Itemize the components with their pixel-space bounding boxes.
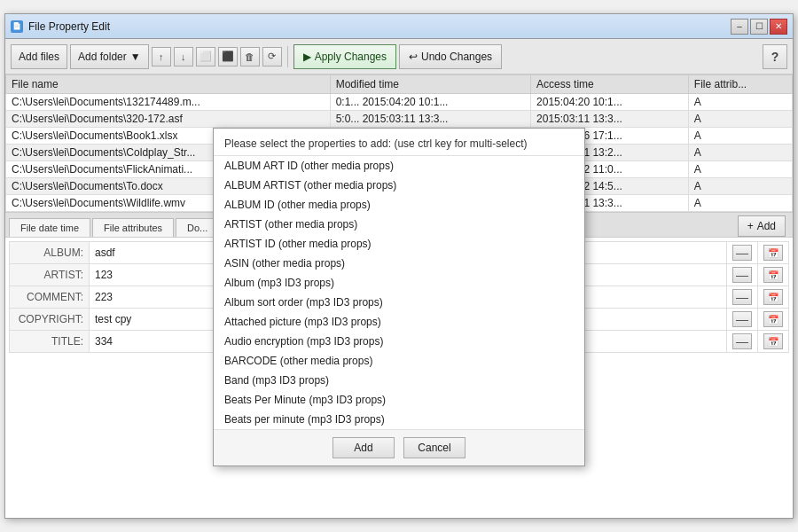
cell-attr: A bbox=[688, 178, 792, 195]
cell-filename: C:\Users\lei\Documents\132174489.m... bbox=[6, 94, 331, 111]
prop-cal-cell: 📅 bbox=[758, 264, 789, 286]
prop-minus-cell: — bbox=[727, 264, 758, 286]
prop-label: ARTIST: bbox=[10, 264, 90, 286]
prop-calendar-button[interactable]: 📅 bbox=[763, 267, 783, 283]
undo-icon: ↩ bbox=[409, 51, 418, 63]
prop-label: COPYRIGHT: bbox=[10, 309, 90, 331]
dropdown-list-container: ALBUM ART ID (other media props)ALBUM AR… bbox=[214, 156, 584, 429]
tab-file-date-time[interactable]: File date time bbox=[9, 218, 90, 237]
col-filename: File name bbox=[6, 75, 331, 94]
toolbar-separator-1 bbox=[287, 46, 288, 67]
main-content: File name Modified time Access time File… bbox=[5, 74, 793, 518]
dropdown-list-item[interactable]: ALBUM ARTIST (other media props) bbox=[214, 176, 584, 195]
dropdown-footer: Add Cancel bbox=[214, 429, 584, 466]
toolbar: Add files Add folder ▼ ↑ ↓ ⬜ ⬛ 🗑 ⟳ ▶ App… bbox=[5, 39, 793, 74]
undo-changes-label: Undo Changes bbox=[421, 51, 492, 63]
table-row[interactable]: C:\Users\lei\Documents\320-172.asf 5:0..… bbox=[6, 111, 793, 128]
cell-filename: C:\Users\lei\Documents\320-172.asf bbox=[6, 111, 331, 128]
prop-calendar-button[interactable]: 📅 bbox=[763, 311, 783, 327]
select-all-button[interactable]: ⬜ bbox=[196, 47, 215, 66]
window-title: File Property Edit bbox=[28, 20, 110, 33]
cell-access: 2015:04:20 10:1... bbox=[531, 94, 689, 111]
prop-calendar-button[interactable]: 📅 bbox=[763, 245, 783, 261]
apply-changes-label: Apply Changes bbox=[315, 51, 387, 63]
apply-icon: ▶ bbox=[303, 51, 311, 63]
prop-cal-cell: 📅 bbox=[758, 331, 789, 353]
add-property-button[interactable]: + Add bbox=[738, 215, 786, 237]
prop-minus-cell: — bbox=[727, 309, 758, 331]
cell-attr: A bbox=[688, 94, 792, 111]
maximize-button[interactable]: ☐ bbox=[750, 19, 768, 35]
prop-label: ALBUM: bbox=[10, 242, 90, 264]
prop-remove-button[interactable]: — bbox=[732, 333, 752, 349]
dropdown-list-item[interactable]: ARTIST (other media props) bbox=[214, 215, 584, 234]
dropdown-header: Please select the properties to add: (us… bbox=[214, 129, 584, 156]
dropdown-list-item[interactable]: BARCODE (other media props) bbox=[214, 351, 584, 371]
dropdown-list-item[interactable]: ALBUM ID (other media props) bbox=[214, 195, 584, 215]
dropdown-list-item[interactable]: Band (mp3 ID3 props) bbox=[214, 371, 584, 390]
prop-cal-cell: 📅 bbox=[758, 286, 789, 309]
dropdown-list-item[interactable]: Beats per minute (mp3 ID3 props) bbox=[214, 410, 584, 429]
dropdown-list[interactable]: ALBUM ART ID (other media props)ALBUM AR… bbox=[214, 156, 584, 429]
prop-calendar-button[interactable]: 📅 bbox=[763, 289, 783, 305]
dropdown-list-item[interactable]: Audio encryption (mp3 ID3 props) bbox=[214, 332, 584, 351]
prop-cal-cell: 📅 bbox=[758, 242, 789, 264]
dropdown-list-item[interactable]: Album (mp3 ID3 props) bbox=[214, 273, 584, 293]
apply-changes-button[interactable]: ▶ Apply Changes bbox=[293, 44, 396, 69]
cell-access: 2015:03:11 13:3... bbox=[531, 111, 689, 128]
dropdown-list-item[interactable]: ASIN (other media props) bbox=[214, 254, 584, 273]
add-folder-label: Add folder bbox=[78, 51, 127, 63]
delete-button[interactable]: 🗑 bbox=[240, 47, 260, 66]
table-row[interactable]: C:\Users\lei\Documents\132174489.m... 0:… bbox=[6, 94, 793, 111]
prop-cal-cell: 📅 bbox=[758, 309, 789, 331]
undo-changes-button[interactable]: ↩ Undo Changes bbox=[399, 44, 502, 69]
cell-attr: A bbox=[688, 145, 792, 161]
minimize-button[interactable]: – bbox=[731, 19, 748, 35]
deselect-button[interactable]: ⬛ bbox=[218, 47, 238, 66]
col-modified: Modified time bbox=[330, 75, 530, 94]
cell-modified: 5:0... 2015:03:11 13:3... bbox=[330, 111, 530, 128]
dropdown-list-item[interactable]: Beats Per Minute (mp3 ID3 props) bbox=[214, 390, 584, 410]
add-label: Add bbox=[757, 220, 776, 232]
window-icon: 📄 bbox=[11, 20, 23, 33]
main-window: 📄 File Property Edit – ☐ ✕ Add files Add… bbox=[4, 13, 794, 519]
title-bar-left: 📄 File Property Edit bbox=[11, 20, 110, 33]
add-files-button[interactable]: Add files bbox=[11, 44, 67, 69]
title-bar: 📄 File Property Edit – ☐ ✕ bbox=[5, 14, 793, 39]
cell-attr: A bbox=[688, 111, 792, 128]
prop-label: TITLE: bbox=[10, 331, 90, 353]
prop-minus-cell: — bbox=[727, 331, 758, 353]
prop-remove-button[interactable]: — bbox=[732, 267, 752, 283]
prop-minus-cell: — bbox=[727, 286, 758, 309]
dropdown-list-item[interactable]: Attached picture (mp3 ID3 props) bbox=[214, 312, 584, 332]
prop-calendar-button[interactable]: 📅 bbox=[763, 333, 783, 349]
tab-file-attributes[interactable]: File attributes bbox=[92, 218, 174, 237]
cell-attr: A bbox=[688, 195, 792, 212]
move-up-button[interactable]: ↑ bbox=[152, 47, 171, 66]
cell-attr: A bbox=[688, 128, 792, 145]
title-buttons: – ☐ ✕ bbox=[731, 19, 787, 35]
refresh-button[interactable]: ⟳ bbox=[262, 47, 282, 66]
add-folder-button[interactable]: Add folder ▼ bbox=[70, 44, 149, 69]
move-down-button[interactable]: ↓ bbox=[174, 47, 193, 66]
prop-remove-button[interactable]: — bbox=[732, 289, 752, 305]
dropdown-arrow-icon: ▼ bbox=[130, 51, 141, 63]
prop-remove-button[interactable]: — bbox=[732, 245, 752, 261]
close-button[interactable]: ✕ bbox=[770, 19, 787, 35]
prop-label: COMMENT: bbox=[10, 286, 90, 309]
property-selector-dropdown: Please select the properties to add: (us… bbox=[213, 128, 585, 466]
dropdown-add-button[interactable]: Add bbox=[332, 437, 395, 458]
dropdown-list-item[interactable]: ARTIST ID (other media props) bbox=[214, 234, 584, 254]
prop-remove-button[interactable]: — bbox=[732, 311, 752, 327]
cell-attr: A bbox=[688, 161, 792, 178]
cell-modified: 0:1... 2015:04:20 10:1... bbox=[330, 94, 530, 111]
dropdown-list-item[interactable]: Album sort order (mp3 ID3 props) bbox=[214, 293, 584, 312]
prop-minus-cell: — bbox=[727, 242, 758, 264]
dropdown-list-item[interactable]: ALBUM ART ID (other media props) bbox=[214, 156, 584, 176]
dropdown-cancel-button[interactable]: Cancel bbox=[403, 437, 466, 458]
col-attr: File attrib... bbox=[688, 75, 792, 94]
col-access: Access time bbox=[531, 75, 689, 94]
help-button[interactable]: ? bbox=[763, 44, 787, 69]
plus-icon: + bbox=[747, 220, 754, 232]
